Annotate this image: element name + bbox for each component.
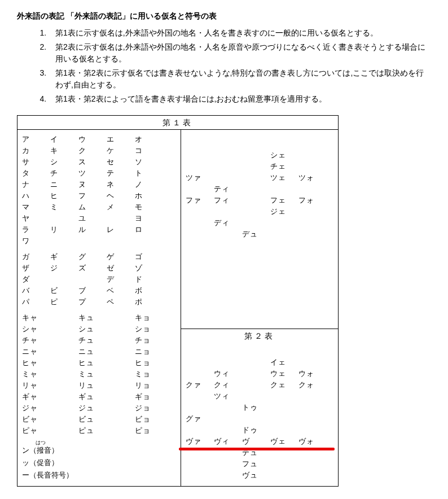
kana-cell [270, 414, 296, 424]
kana-cell: フェ [270, 195, 296, 205]
kana-cell: モ [135, 202, 160, 212]
kana-cell: ヤ [22, 213, 47, 224]
kana-cell [214, 161, 240, 172]
kana-cell [298, 402, 324, 413]
kana-cell [78, 274, 103, 284]
kana-cell [214, 470, 240, 480]
kana-cell [242, 218, 268, 228]
kana-cell: エ [107, 134, 131, 145]
kana-cell [298, 150, 324, 160]
kana-cell: フォ [298, 195, 324, 205]
kana-cell: ホ [135, 191, 160, 201]
kana-cell: ビャ [22, 414, 47, 424]
kana-cell: シュ [78, 324, 103, 334]
extra-line: ー（長音符号） [22, 469, 181, 482]
dakuon-grid: ガギグゲゴザジズゼゾダ デドバビブベボパピプペポ [22, 252, 181, 307]
kana-cell: ウェ [270, 369, 296, 379]
kana-cell [186, 207, 212, 217]
kana-cell: クォ [298, 380, 324, 390]
kana-cell [107, 392, 131, 402]
yoon-grid: キャ キュ キョシャ シュ ショチャ チュ チョニャ ニュ ニョヒャ ヒュ ヒョ… [22, 313, 181, 436]
kana-cell: ギュ [78, 392, 103, 402]
kana-cell: イ [50, 134, 75, 145]
kana-cell [50, 380, 75, 391]
kana-cell: ウ [78, 134, 103, 145]
kana-cell: キャ [22, 313, 47, 323]
kana-cell: ク [78, 146, 103, 156]
kana-cell: ミュ [78, 369, 103, 379]
kana-cell [270, 391, 296, 401]
kana-cell [50, 274, 75, 284]
kana-cell [107, 236, 131, 246]
kana-cell: ラ [22, 225, 47, 235]
kana-cell: キ [50, 146, 75, 156]
kana-cell [214, 207, 240, 217]
kana-cell [214, 414, 240, 424]
left-pane: アイウエオカキクケコサシスセソタチツテトナニヌネノハヒフヘホマミムメモヤ ユ ヨ… [17, 130, 181, 486]
kana-cell [298, 207, 324, 217]
kana-cell [186, 150, 212, 160]
kana-cell [107, 324, 131, 334]
kana-cell [242, 195, 268, 205]
kana-cell: ギョ [135, 392, 160, 402]
kana-cell [242, 150, 268, 160]
kana-cell [186, 470, 212, 480]
kana-cell [50, 324, 75, 334]
kana-cell: ヌ [78, 180, 103, 190]
kana-cell: デ [107, 274, 131, 284]
kana-cell: カ [22, 146, 47, 156]
kana-cell [270, 470, 296, 480]
kana-cell [50, 347, 75, 357]
kana-cell: ミョ [135, 369, 160, 379]
kana-cell: ヴィ [214, 436, 240, 447]
kana-cell: ダ [22, 274, 47, 284]
kana-cell: ム [78, 202, 103, 212]
kana-cell: フュ [242, 459, 268, 469]
kana-cell [298, 229, 324, 239]
kana-cell: ツォ [298, 173, 324, 183]
kana-cell: バ [22, 286, 47, 296]
kana-cell: シ [50, 157, 75, 167]
kana-cell: ゾ [135, 263, 160, 273]
kana-cell: ユ [78, 213, 103, 224]
kana-cell: ヴュ [242, 470, 268, 480]
kana-cell [135, 236, 160, 246]
kana-cell: ギャ [22, 392, 47, 402]
red-underline [179, 448, 335, 450]
kana-cell: ピ [50, 297, 75, 307]
kana-cell: ペ [107, 297, 131, 307]
kana-cell [242, 184, 268, 194]
extra-line: ッ（促音） [22, 457, 181, 469]
extras: はつ ン（撥音） ッ（促音） ー（長音符号） [22, 441, 181, 482]
kana-cell: ヴァ [186, 436, 212, 447]
kana-cell [214, 402, 240, 413]
kana-cell: ヴェ [270, 436, 296, 447]
kana-cell [50, 213, 75, 224]
kana-cell: ツェ [270, 173, 296, 183]
kana-cell [186, 229, 212, 239]
kana-cell [298, 470, 324, 480]
kana-cell [50, 426, 75, 436]
kana-cell [298, 184, 324, 194]
kana-cell: ガ [22, 252, 47, 262]
kana-cell [50, 414, 75, 424]
kana-cell: ト [135, 168, 160, 178]
kana-cell [298, 459, 324, 469]
kana-cell [242, 391, 268, 401]
kana-cell [186, 369, 212, 379]
kana-cell: イェ [270, 357, 296, 367]
kana-cell [50, 236, 75, 246]
kana-cell: ニョ [135, 347, 160, 357]
kana-cell: チョ [135, 335, 160, 345]
gojuon-grid: アイウエオカキクケコサシスセソタチツテトナニヌネノハヒフヘホマミムメモヤ ユ ヨ… [22, 134, 181, 246]
kana-cell: フ [78, 191, 103, 201]
kana-cell: ニャ [22, 347, 47, 357]
kana-cell [214, 173, 240, 183]
kana-cell [186, 391, 212, 401]
kana-cell [242, 380, 268, 390]
kana-cell [186, 184, 212, 194]
kana-cell: シャ [22, 324, 47, 334]
kana-cell: パ [22, 297, 47, 307]
t2extra-grid: イェ ウィ ウェウォクァクィ クェクォ ツィ トゥ グァ ドゥ ヴァヴィヴヴェヴ… [186, 357, 336, 480]
kana-table: 第１表 アイウエオカキクケコサシスセソタチツテトナニヌネノハヒフヘホマミムメモヤ… [17, 115, 339, 487]
